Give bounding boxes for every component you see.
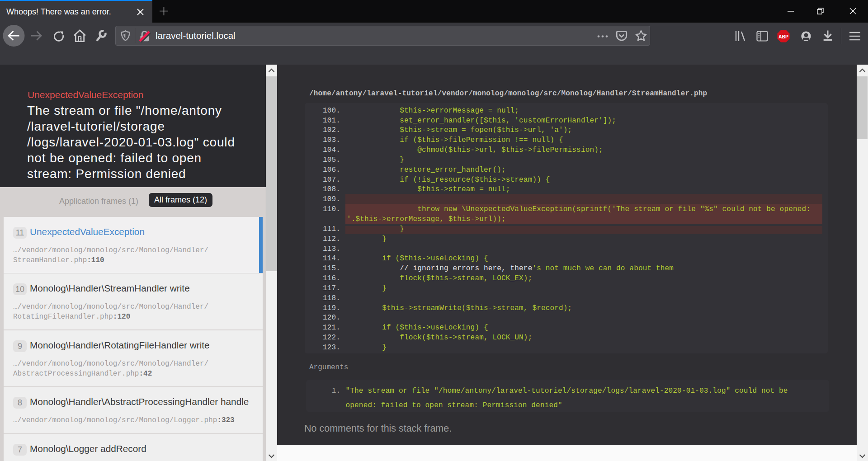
svg-text:ABP: ABP: [778, 34, 788, 39]
